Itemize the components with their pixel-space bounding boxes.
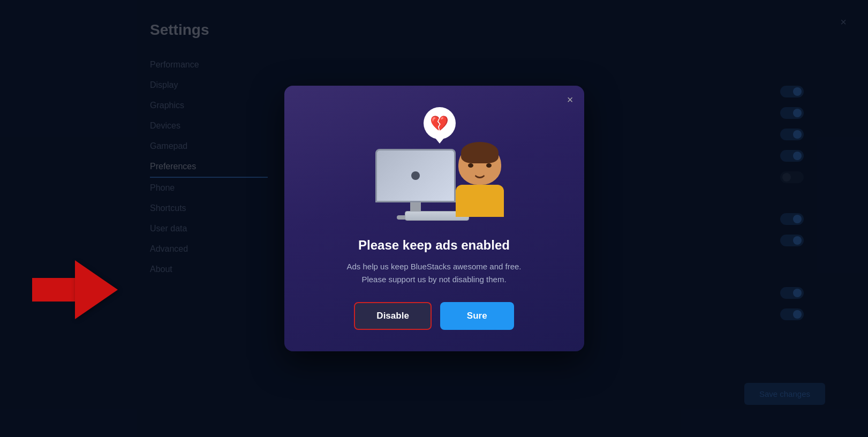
red-arrow-indicator <box>75 260 118 319</box>
modal-dialog: × 💔 <box>284 86 584 351</box>
character-frown <box>473 172 486 178</box>
character-head <box>458 145 501 185</box>
character-eye-right <box>486 163 492 168</box>
character-person <box>456 145 504 217</box>
disable-button[interactable]: Disable <box>354 302 431 330</box>
modal-buttons: Disable Sure <box>306 302 563 330</box>
monitor-screen <box>375 149 456 202</box>
modal-subtext: Ads help us keep BlueStacks awesome and … <box>306 260 563 286</box>
character-hair <box>461 142 499 163</box>
character-body <box>456 185 504 217</box>
arrow-head <box>75 260 118 319</box>
speech-bubble: 💔 <box>424 107 456 139</box>
monitor <box>375 149 456 220</box>
monitor-dot <box>411 171 420 180</box>
character-eye-left <box>468 163 473 168</box>
modal-backdrop: × 💔 <box>0 0 868 437</box>
broken-heart-icon: 💔 <box>430 115 449 132</box>
modal-heading: Please keep ads enabled <box>306 238 563 253</box>
modal-close-button[interactable]: × <box>567 94 573 105</box>
sure-button[interactable]: Sure <box>440 302 514 330</box>
character-illustration: 💔 <box>359 107 509 225</box>
